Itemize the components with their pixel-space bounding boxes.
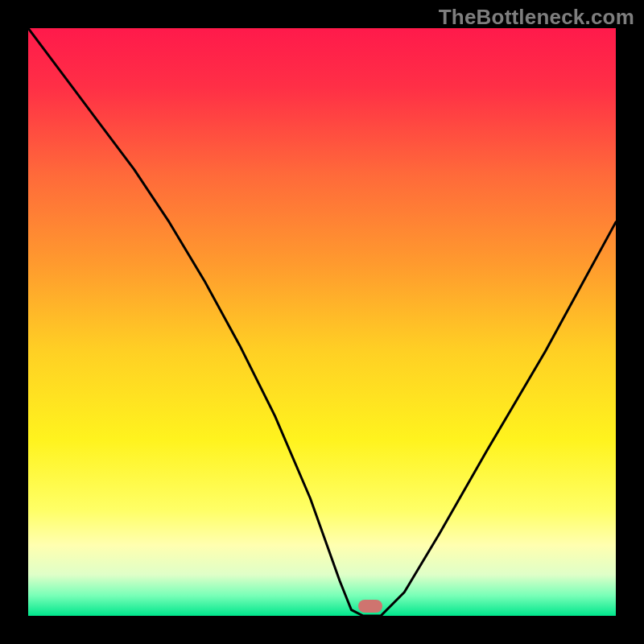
plot-area	[28, 28, 616, 616]
chart-frame: TheBottleneck.com	[0, 0, 644, 644]
optimum-marker	[358, 600, 382, 613]
bottleneck-curve	[28, 28, 616, 616]
watermark-text: TheBottleneck.com	[439, 5, 634, 30]
